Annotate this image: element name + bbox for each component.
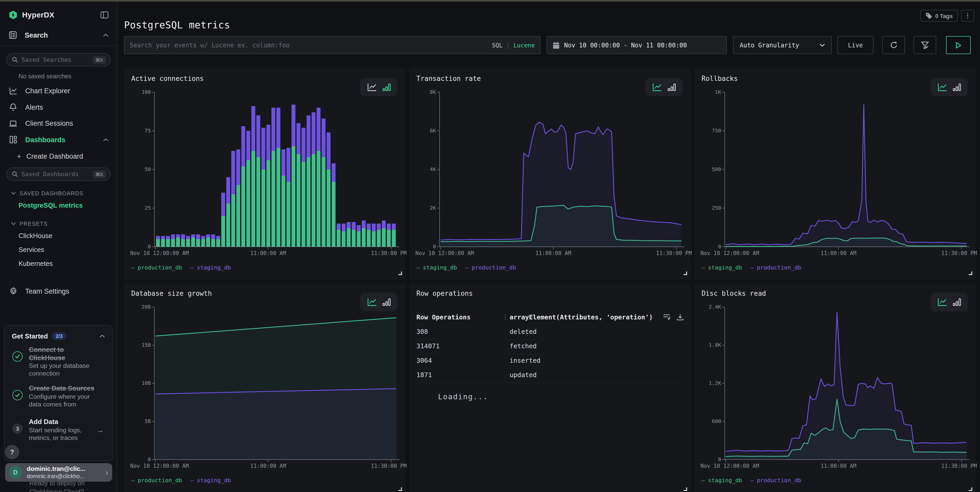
- x-tick-label: 11:00:00 AM: [821, 463, 856, 469]
- sidebar-item-chart-explorer[interactable]: Chart Explorer: [0, 83, 117, 99]
- live-button[interactable]: Live: [837, 36, 873, 54]
- sql-mode-toggle[interactable]: SQL: [492, 42, 503, 49]
- legend-swatch: —: [751, 264, 754, 271]
- x-tick-label: 11:30:00 PM: [941, 463, 977, 469]
- bar-chart-icon[interactable]: [667, 83, 676, 91]
- legend-item[interactable]: —staging_db: [190, 264, 231, 271]
- x-axis-labels: Nov 10 12:00:00 AM11:00:00 AM11:30:00 PM: [130, 250, 399, 257]
- resize-handle[interactable]: [969, 487, 972, 491]
- chart-canvas[interactable]: 02505007501K: [700, 92, 970, 247]
- sidebar-collapse-icon[interactable]: [100, 11, 108, 19]
- line-chart-icon[interactable]: [937, 297, 947, 306]
- create-dashboard-button[interactable]: + Create Dashboard: [0, 148, 117, 165]
- legend-item[interactable]: —staging_db: [702, 264, 742, 271]
- chart-type-toggle[interactable]: [931, 78, 968, 96]
- line-chart-icon[interactable]: [652, 83, 662, 91]
- window-top-edge: [0, 0, 980, 2]
- chevron-down-icon: [11, 192, 16, 195]
- saved-dashboards-input[interactable]: Saved Dashboards ⌘K: [6, 168, 111, 181]
- panel-title: Transaction rate: [417, 75, 481, 82]
- table-row[interactable]: 1871 updated: [417, 371, 684, 383]
- resize-handle[interactable]: [398, 487, 402, 491]
- chevron-up-icon: [103, 138, 108, 141]
- column-drag-handle[interactable]: ⋮: [502, 314, 508, 320]
- legend-item[interactable]: —production_db: [751, 477, 801, 484]
- arrow-right-icon: →: [96, 425, 105, 434]
- x-axis-labels: Nov 10 12:00:00 AM11:00:00 AM11:30:00 PM: [415, 250, 684, 257]
- event-search-input[interactable]: Search your events w/ Lucene ex. column:…: [124, 36, 541, 54]
- legend-swatch: —: [702, 477, 705, 484]
- legend-swatch: —: [131, 477, 135, 484]
- panel-rollbacks: Rollbacks 02505007501K Nov 10 12:00:00 A…: [694, 69, 976, 280]
- sidebar-item-team-settings[interactable]: Team Settings: [0, 283, 117, 299]
- sidebar-preset-services[interactable]: Services: [0, 243, 117, 257]
- chart-canvas[interactable]: 06001.2K1.8K2.4K: [700, 307, 970, 460]
- presets-section[interactable]: PRESETS: [0, 216, 117, 229]
- legend-item[interactable]: —production_db: [131, 477, 182, 484]
- sidebar-item-dashboards[interactable]: Dashboards: [0, 131, 117, 148]
- resize-handle[interactable]: [684, 487, 687, 491]
- tags-button[interactable]: 0 Tags: [920, 10, 958, 22]
- panel-database-size-growth: Database size growth 05B10B15B20B Nov 10…: [124, 283, 406, 492]
- sidebar-dashboard-postgresql-metrics[interactable]: PostgreSQL metrics: [0, 198, 117, 212]
- column-header-operation[interactable]: arrayElement(Attributes, 'operation'): [509, 313, 653, 321]
- resize-handle[interactable]: [684, 272, 687, 275]
- get-started-step-sources[interactable]: Create Data Sources Configure where your…: [5, 380, 112, 411]
- bar-chart-icon[interactable]: [382, 297, 391, 306]
- user-menu[interactable]: D dominic.tran@clic... dominic.tran@clic…: [5, 463, 112, 482]
- table-row[interactable]: 314071 fetched: [417, 342, 684, 355]
- legend-item[interactable]: —production_db: [751, 264, 801, 271]
- chart-canvas[interactable]: 05B10B15B20B: [130, 307, 399, 460]
- chart-canvas[interactable]: 0255075100: [130, 92, 399, 247]
- lucene-mode-toggle[interactable]: Lucene: [514, 42, 535, 49]
- resize-handle[interactable]: [398, 272, 402, 275]
- chart-type-toggle[interactable]: [360, 78, 397, 96]
- date-range-picker[interactable]: Nov 10 00:00:00 - Nov 11 00:00:00: [547, 36, 727, 54]
- chart-type-toggle[interactable]: [646, 78, 682, 96]
- bar-chart-icon[interactable]: [953, 83, 961, 91]
- sidebar-item-alerts[interactable]: Alerts: [0, 99, 117, 115]
- chart-type-toggle[interactable]: [931, 292, 968, 311]
- panel-title: Database size growth: [131, 289, 212, 297]
- chevron-up-icon[interactable]: [99, 334, 105, 338]
- granularity-select[interactable]: Auto Granularity: [733, 36, 832, 54]
- x-tick-label: 11:30:00 PM: [656, 250, 692, 256]
- resize-handle[interactable]: [969, 272, 972, 275]
- chart-type-toggle[interactable]: [360, 292, 397, 311]
- refresh-icon: [890, 41, 897, 49]
- column-header-row-operations[interactable]: Row Operations: [417, 313, 471, 321]
- saved-searches-input[interactable]: Saved Searches ⌘K: [6, 53, 111, 67]
- chart-canvas[interactable]: 02K4K6K8K: [415, 92, 684, 247]
- check-circle-icon: [12, 390, 23, 401]
- bell-icon: [9, 103, 18, 111]
- bar-chart-icon[interactable]: [953, 297, 961, 306]
- line-chart-icon[interactable]: [367, 83, 377, 91]
- get-started-step-connect[interactable]: Connect to ClickHouse Set up your databa…: [5, 341, 112, 380]
- chevron-right-icon: ›: [106, 468, 108, 476]
- sidebar-preset-clickhouse[interactable]: ClickHouse: [0, 229, 117, 243]
- bar-chart-icon[interactable]: [382, 83, 391, 91]
- saved-dashboards-section[interactable]: SAVED DASHBOARDS: [0, 185, 117, 198]
- legend-item[interactable]: —staging_db: [190, 477, 231, 484]
- legend-item[interactable]: —production_db: [465, 264, 516, 271]
- dashboard-menu-button[interactable]: [961, 10, 974, 22]
- sidebar-item-client-sessions[interactable]: Client Sessions: [0, 115, 117, 131]
- line-chart-icon[interactable]: [367, 297, 377, 306]
- run-query-button[interactable]: [946, 36, 971, 54]
- sidebar-preset-kubernetes[interactable]: Kubernetes: [0, 257, 117, 270]
- legend-item[interactable]: —production_db: [131, 264, 182, 271]
- refresh-button[interactable]: [882, 36, 905, 54]
- filter-button[interactable]: [913, 36, 936, 54]
- user-email: dominic.tran@clickho...: [27, 473, 85, 479]
- sidebar-item-search[interactable]: Search: [0, 19, 117, 46]
- table-row[interactable]: 3064 inserted: [417, 356, 684, 369]
- sort-rows-icon[interactable]: [663, 314, 671, 320]
- download-icon[interactable]: [677, 314, 684, 320]
- get-started-step-add-data[interactable]: 3 Add Data Start sending logs, metrics, …: [5, 411, 112, 444]
- line-chart-icon[interactable]: [937, 83, 947, 91]
- table-row[interactable]: 308 deleted: [417, 327, 684, 340]
- help-button[interactable]: ?: [5, 445, 19, 459]
- legend-item[interactable]: —staging_db: [417, 264, 457, 271]
- play-icon: [955, 42, 961, 49]
- legend-item[interactable]: —staging_db: [702, 477, 742, 484]
